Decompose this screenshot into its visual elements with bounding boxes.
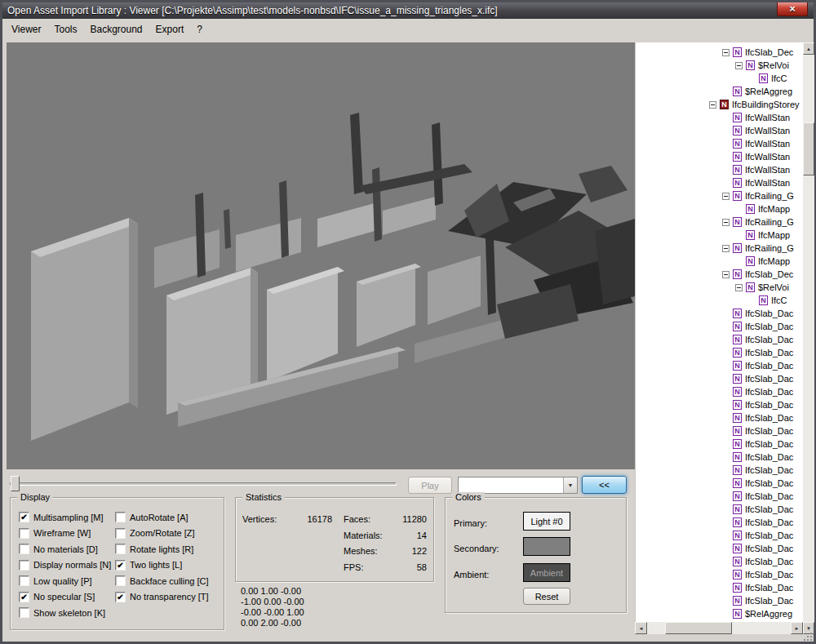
tree-item[interactable]: NIfcSlab_Dac [636,594,803,607]
tree-item[interactable]: NIfcSlab_Dec [636,268,803,281]
checkbox[interactable] [19,528,29,539]
primary-color-button[interactable]: Light #0 [523,512,570,531]
checkbox[interactable] [115,544,126,554]
tree-item[interactable]: NIfcSlab_Dac [636,568,803,581]
reset-colors-button[interactable]: Reset [523,588,570,605]
checkbox[interactable] [19,560,29,571]
tree-collapse-toggle[interactable] [722,193,730,200]
checkbox[interactable] [19,544,29,554]
checkbox[interactable]: ✔ [115,592,126,602]
display-option[interactable]: ✔Two lights [L] [115,560,221,571]
tree-collapse-toggle[interactable] [722,245,730,252]
tree-item[interactable]: NIfcC [636,72,803,85]
checkbox[interactable]: ✔ [115,560,126,571]
tree-collapse-toggle[interactable] [722,271,730,278]
scene-graph-tree[interactable]: NIfcSlab_DecN$RelVoiNIfcCN$RelAggregNIfc… [635,42,803,622]
scroll-up-button[interactable]: ▲ [803,42,814,55]
tree-item[interactable]: NIfcSlab_Dac [636,437,803,451]
display-option[interactable]: Backface culling [C] [115,575,221,586]
menu-item-viewer[interactable]: Viewer [5,20,47,38]
tree-item[interactable]: NIfcC [636,294,803,307]
scroll-right-button[interactable]: ► [791,622,803,634]
tree-item[interactable]: NIfcSlab_Dac [636,424,803,437]
tree-collapse-toggle[interactable] [735,284,743,291]
ambient-color-button[interactable]: Ambient [523,563,570,582]
play-button[interactable]: Play [408,477,452,494]
menu-item-help[interactable]: ? [190,20,209,38]
tree-item[interactable]: NIfcSlab_Dac [636,398,803,411]
render-viewport[interactable] [7,42,635,469]
checkbox[interactable] [115,575,126,586]
tree-item[interactable]: N$RelAggreg [636,607,803,620]
tree-collapse-toggle[interactable] [722,49,730,56]
tree-item[interactable]: NIfcSlab_Dac [636,411,803,424]
checkbox[interactable] [19,607,29,618]
resize-grip[interactable] [804,633,812,641]
display-option[interactable]: ✔No specular [S] [19,592,113,602]
tree-item[interactable]: NIfcMapp [636,229,803,242]
tree-item[interactable]: NIfcWallStan [636,150,803,163]
checkbox[interactable] [115,528,126,539]
tree-item[interactable]: NIfcSlab_Dec [636,46,803,59]
tree-item[interactable]: NIfcRailing_G [636,215,803,229]
tree-item[interactable]: N$RelAggreg [636,85,803,98]
display-option[interactable]: Wireframe [W] [19,528,113,539]
tree-item[interactable]: NIfcSlab_Dac [636,346,803,359]
scroll-left-button[interactable]: ◄ [635,622,647,634]
slider-track[interactable] [10,482,397,486]
display-option[interactable]: Display normals [N] [19,560,113,571]
tree-item[interactable]: NIfcSlab_Dac [636,516,803,529]
tree-collapse-toggle[interactable] [722,219,730,226]
checkbox[interactable]: ✔ [19,592,29,602]
tree-item[interactable]: NIfcRailing_G [636,242,803,255]
display-option[interactable]: Show skeleton [K] [19,607,113,618]
close-button[interactable]: × [777,2,808,16]
animation-combobox[interactable]: ▼ [458,477,578,494]
tree-item[interactable]: NIfcBuildingStorey [636,98,803,111]
title-bar[interactable]: Open Asset Import Library : Viewer [C:\P… [2,2,814,19]
tree-item[interactable]: NIfcWallStan [636,111,803,124]
display-option[interactable]: ✔Multisampling [M] [19,512,113,522]
combobox-dropdown-button[interactable]: ▼ [563,477,577,493]
slider-thumb[interactable] [11,476,20,491]
tree-item[interactable]: NIfcWallStan [636,137,803,150]
secondary-color-button[interactable] [523,537,570,556]
checkbox[interactable] [115,512,126,522]
menu-item-export[interactable]: Export [149,20,191,38]
animation-position-slider[interactable] [8,475,400,493]
tree-item[interactable]: NIfcSlab_Dac [636,307,803,320]
tree-item[interactable]: NIfcWallStan [636,176,803,189]
tree-item[interactable]: NIfcSlab_Dac [636,542,803,555]
display-option[interactable]: Zoom/Rotate [Z] [115,528,221,539]
tree-item[interactable]: NIfcWallStan [636,124,803,137]
tree-item[interactable]: NIfcSlab_Dac [636,490,803,503]
tree-item[interactable]: NIfcSlab_Dac [636,385,803,398]
display-option[interactable]: AutoRotate [A] [115,512,221,522]
tree-item[interactable]: NIfcSlab_Dac [636,477,803,490]
checkbox[interactable]: ✔ [19,512,29,522]
display-option[interactable]: Rotate lights [R] [115,544,221,554]
checkbox[interactable] [19,575,29,586]
display-option[interactable]: ✔No transparency [T] [115,592,221,602]
horizontal-scrollbar-thumb[interactable] [665,622,732,634]
menu-item-background[interactable]: Background [83,20,149,38]
display-option[interactable]: Low quality [P] [19,575,113,586]
tree-item[interactable]: NIfcSlab_Dac [636,372,803,385]
vertical-scrollbar-thumb[interactable] [803,122,814,175]
tree-item[interactable]: NIfcSlab_Dac [636,333,803,346]
tree-item[interactable]: NIfcMapp [636,255,803,268]
tree-item[interactable]: NIfcSlab_Dac [636,529,803,542]
tree-item[interactable]: NIfcRailing_G [636,189,803,202]
tree-item[interactable]: NIfcSlab_Dac [636,359,803,372]
tree-item[interactable]: NIfcSlab_Dac [636,320,803,333]
tree-horizontal-scrollbar[interactable]: ◄ ► [635,622,803,634]
tree-collapse-toggle[interactable] [709,101,716,109]
tree-vertical-scrollbar[interactable]: ▲ ▼ [803,42,814,634]
tree-item[interactable]: NIfcSlab_Dac [636,464,803,477]
tree-item[interactable]: NIfcMapp [636,202,803,215]
tree-collapse-toggle[interactable] [735,62,743,69]
tree-item[interactable]: NIfcSlab_Dac [636,581,803,594]
menu-item-tools[interactable]: Tools [47,20,83,38]
tree-item[interactable]: NIfcSlab_Dac [636,451,803,464]
tree-item[interactable]: NIfcSlab_Dac [636,555,803,568]
